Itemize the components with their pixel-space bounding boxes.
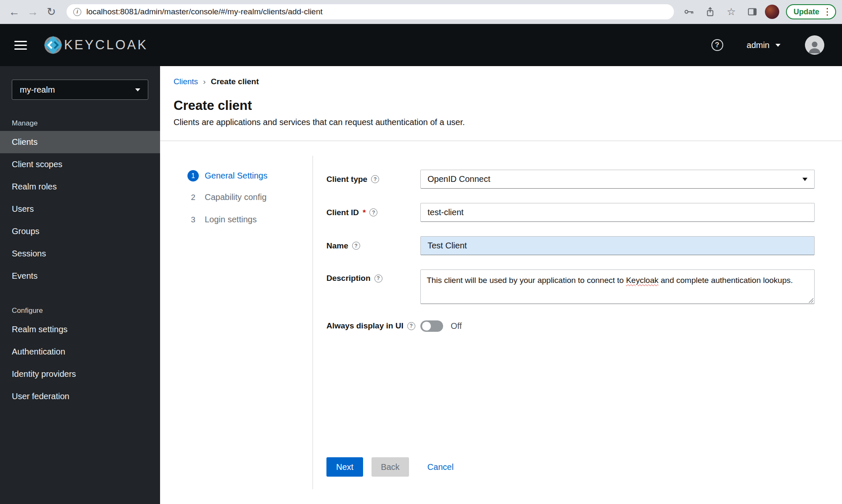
- bookmark-star-icon[interactable]: ☆: [723, 3, 740, 20]
- step-number: 3: [187, 215, 199, 224]
- sidebar-item-realm-roles[interactable]: Realm roles: [0, 176, 160, 198]
- browser-toolbar: ← → ↻ i localhost:8081/admin/master/cons…: [0, 0, 842, 24]
- breadcrumb-clients-link[interactable]: Clients: [174, 77, 198, 86]
- share-icon[interactable]: [702, 3, 719, 20]
- form-row-always-display: Always display in UI ? Off: [326, 317, 815, 334]
- always-display-toggle[interactable]: [420, 320, 443, 332]
- toggle-state-label: Off: [451, 321, 462, 331]
- sidebar-item-authentication[interactable]: Authentication: [0, 341, 160, 363]
- form-row-client-type: Client type ? OpenID Connect: [326, 170, 815, 189]
- label-text: Always display in UI: [326, 321, 404, 331]
- url-bar[interactable]: i localhost:8081/admin/master/console/#/…: [67, 4, 674, 19]
- sidebar-item-sessions[interactable]: Sessions: [0, 243, 160, 265]
- realm-selector[interactable]: my-realm: [12, 80, 148, 100]
- help-icon[interactable]: ?: [371, 175, 379, 183]
- site-info-icon[interactable]: i: [73, 8, 81, 16]
- back-button[interactable]: Back: [372, 457, 409, 477]
- step-label: Login settings: [205, 215, 257, 224]
- sidebar-item-realm-settings[interactable]: Realm settings: [0, 318, 160, 341]
- cancel-button[interactable]: Cancel: [428, 457, 454, 477]
- client-type-label: Client type ?: [326, 175, 420, 184]
- description-text: This client will be used by your applica…: [427, 276, 626, 285]
- page-title: Create client: [174, 98, 252, 113]
- description-textarea[interactable]: This client will be used by your applica…: [420, 269, 815, 304]
- browser-actions: ☆ Update ⋮: [681, 3, 836, 20]
- sidebar-item-events[interactable]: Events: [0, 265, 160, 287]
- breadcrumb-current: Create client: [211, 77, 259, 86]
- label-text: Client type: [326, 175, 367, 184]
- description-label: Description ?: [326, 269, 420, 283]
- step-number-badge: 1: [187, 170, 199, 181]
- sidebar-item-clients[interactable]: Clients: [0, 131, 160, 153]
- step-number: 2: [187, 193, 199, 202]
- chevron-down-icon: [135, 88, 140, 91]
- help-icon[interactable]: ?: [374, 275, 382, 283]
- divider: [160, 141, 842, 141]
- help-icon[interactable]: ?: [352, 242, 360, 250]
- step-label: Capability config: [205, 192, 267, 202]
- wizard-step-capability-config[interactable]: 2 Capability config: [187, 192, 267, 202]
- url-text: localhost:8081/admin/master/console/#/my…: [86, 7, 323, 16]
- wizard-actions: Next Back Cancel: [326, 457, 815, 477]
- reload-icon[interactable]: ↻: [43, 3, 60, 20]
- misspelled-word: Keycloak: [626, 276, 658, 285]
- chevron-down-icon: [802, 178, 807, 181]
- page-subtitle: Clients are applications and services th…: [174, 117, 465, 127]
- form-row-client-id: Client ID * ?: [326, 203, 815, 222]
- toggle-knob: [422, 322, 431, 331]
- password-key-icon[interactable]: [681, 3, 698, 20]
- user-menu[interactable]: admin: [747, 40, 781, 50]
- step-label: General Settings: [205, 171, 267, 181]
- browser-profile-avatar[interactable]: [765, 5, 779, 19]
- hamburger-menu-icon[interactable]: [14, 41, 27, 50]
- app-header: KEYCLOAK ? admin: [0, 24, 842, 66]
- client-id-label: Client ID * ?: [326, 208, 420, 217]
- client-id-input[interactable]: [420, 203, 815, 222]
- label-text: Client ID: [326, 208, 359, 217]
- wizard-divider: [313, 156, 313, 489]
- back-icon[interactable]: ←: [6, 3, 23, 20]
- realm-name: my-realm: [20, 85, 55, 95]
- description-text: and complete authentication lookups.: [658, 276, 793, 285]
- name-label: Name ?: [326, 241, 420, 251]
- required-indicator: *: [363, 208, 366, 217]
- forward-icon[interactable]: →: [24, 3, 41, 20]
- label-text: Name: [326, 241, 348, 251]
- sidebar: my-realm Manage Clients Client scopes Re…: [0, 66, 160, 504]
- wizard-step-login-settings[interactable]: 3 Login settings: [187, 215, 257, 224]
- main-content: Clients › Create client Create client Cl…: [160, 66, 842, 504]
- name-input[interactable]: [420, 236, 815, 255]
- kebab-menu-icon[interactable]: ⋮: [823, 7, 832, 16]
- sidebar-item-user-federation[interactable]: User federation: [0, 385, 160, 408]
- label-text: Description: [326, 274, 371, 283]
- sidebar-item-client-scopes[interactable]: Client scopes: [0, 153, 160, 176]
- update-button[interactable]: Update ⋮: [786, 4, 836, 19]
- breadcrumb: Clients › Create client: [174, 77, 259, 86]
- form-row-description: Description ? This client will be used b…: [326, 269, 815, 304]
- user-avatar[interactable]: [805, 35, 824, 55]
- help-icon[interactable]: ?: [369, 208, 377, 216]
- wizard-step-general-settings[interactable]: 1 General Settings: [187, 170, 267, 181]
- nav-section-configure: Configure: [12, 307, 160, 315]
- next-button[interactable]: Next: [326, 457, 363, 477]
- side-panel-icon[interactable]: [744, 3, 761, 20]
- screen: ← → ↻ i localhost:8081/admin/master/cons…: [0, 0, 842, 504]
- help-icon[interactable]: ?: [711, 39, 723, 51]
- update-label: Update: [794, 8, 819, 16]
- nav-section-manage: Manage: [12, 119, 160, 128]
- client-type-value: OpenID Connect: [428, 174, 490, 184]
- client-type-select[interactable]: OpenID Connect: [420, 170, 815, 189]
- always-display-label: Always display in UI ?: [326, 321, 420, 331]
- sidebar-item-groups[interactable]: Groups: [0, 220, 160, 243]
- user-name: admin: [747, 40, 770, 50]
- keycloak-logo[interactable]: KEYCLOAK: [43, 35, 148, 55]
- form-row-name: Name ?: [326, 236, 815, 255]
- chevron-down-icon: [775, 44, 781, 47]
- chevron-right-icon: ›: [203, 77, 206, 86]
- keycloak-logo-icon: [43, 35, 63, 55]
- help-icon[interactable]: ?: [407, 322, 415, 330]
- sidebar-item-identity-providers[interactable]: Identity providers: [0, 363, 160, 385]
- brand-name: KEYCLOAK: [64, 37, 148, 53]
- sidebar-item-users[interactable]: Users: [0, 198, 160, 220]
